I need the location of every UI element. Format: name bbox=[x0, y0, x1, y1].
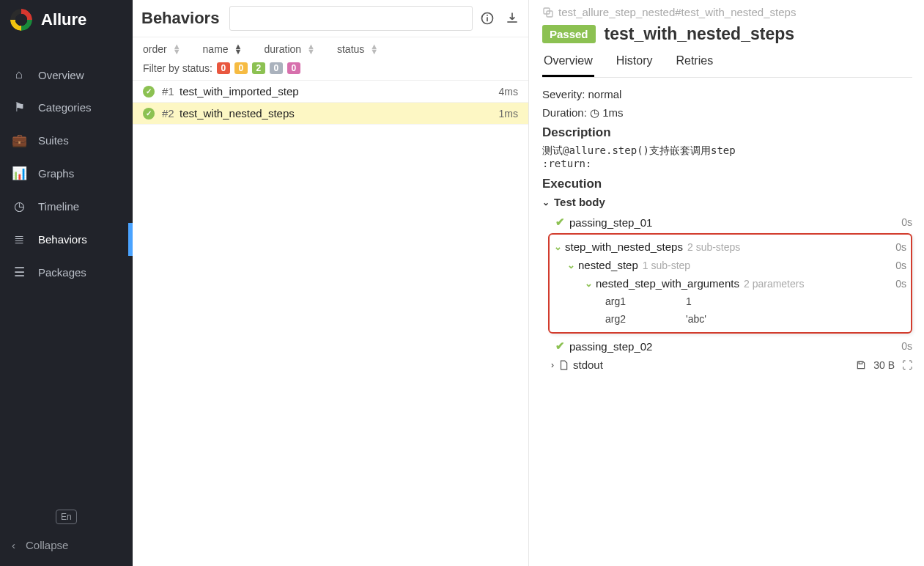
description-text: 测试@allure.step()支持嵌套调用step :return: bbox=[542, 144, 912, 169]
status-filter-passed[interactable]: 2 bbox=[252, 62, 265, 74]
svg-rect-5 bbox=[859, 361, 862, 364]
sort-duration[interactable]: duration ▲▼ bbox=[265, 43, 315, 55]
clock-icon: ◷ bbox=[590, 106, 599, 119]
tab-history[interactable]: History bbox=[615, 50, 654, 77]
step-row[interactable]: ⌄ nested_step 1 sub-step 0s bbox=[554, 256, 906, 274]
brand-title: Allure bbox=[41, 10, 86, 29]
status-filter-skipped[interactable]: 0 bbox=[270, 62, 283, 74]
sidebar: Allure ⌂ Overview ⚑ Categories 💼 Suites … bbox=[0, 0, 133, 566]
step-duration: 0s bbox=[901, 340, 912, 352]
execution-tree: ⌄ Test body ✔ passing_step_01 0s ⌄ step_… bbox=[542, 196, 912, 371]
language-selector[interactable]: En bbox=[56, 510, 77, 524]
sidebar-item-label: Categories bbox=[38, 101, 92, 114]
sort-label: name bbox=[203, 43, 229, 55]
sort-arrows-icon: ▲▼ bbox=[173, 44, 181, 54]
test-title: test_with_nested_steps bbox=[605, 24, 794, 44]
step-name: nested_step bbox=[578, 259, 638, 271]
step-name: step_with_nested_steps bbox=[565, 240, 683, 253]
test-row[interactable]: ✓ #1 test_with_imported_step 4ms bbox=[133, 81, 528, 103]
clock-icon: ◷ bbox=[12, 199, 26, 214]
sort-order[interactable]: order ▲▼ bbox=[143, 43, 181, 55]
sidebar-item-suites[interactable]: 💼 Suites bbox=[0, 124, 133, 157]
test-index: #2 bbox=[162, 107, 180, 120]
chevron-down-icon: ⌄ bbox=[585, 278, 593, 289]
sidebar-item-categories[interactable]: ⚑ Categories bbox=[0, 91, 133, 124]
attachment-name: stdout bbox=[573, 359, 603, 371]
save-icon[interactable] bbox=[856, 360, 866, 370]
tab-retries[interactable]: Retries bbox=[674, 50, 714, 77]
collapse-button[interactable]: ‹ Collapse bbox=[12, 539, 121, 551]
param-value: 'abc' bbox=[686, 313, 706, 325]
step-name: passing_step_02 bbox=[569, 340, 652, 353]
step-row[interactable]: ✔ passing_step_01 0s bbox=[542, 213, 912, 232]
test-row[interactable]: ✓ #2 test_with_nested_steps 1ms bbox=[133, 103, 528, 125]
link-icon[interactable] bbox=[542, 7, 554, 18]
sidebar-item-behaviors[interactable]: ≣ Behaviors bbox=[0, 223, 133, 256]
step-duration: 0s bbox=[895, 260, 906, 271]
status-badge: Passed bbox=[542, 25, 596, 43]
status-filter-failed[interactable]: 0 bbox=[217, 62, 230, 74]
step-name: passing_step_01 bbox=[569, 216, 652, 229]
step-row[interactable]: ⌄ nested_step_with_arguments 2 parameter… bbox=[554, 274, 906, 293]
title-row: Passed test_with_nested_steps bbox=[542, 24, 912, 44]
test-name: test_with_imported_step bbox=[180, 85, 499, 98]
sort-arrows-icon: ▲▼ bbox=[370, 44, 378, 54]
sidebar-item-packages[interactable]: ☰ Packages bbox=[0, 256, 133, 289]
test-index: #1 bbox=[162, 85, 180, 98]
chevron-down-icon: ⌄ bbox=[554, 241, 562, 252]
chevron-right-icon: › bbox=[551, 360, 554, 370]
param-row: arg1 1 bbox=[554, 293, 906, 310]
chart-icon: 📊 bbox=[12, 166, 26, 181]
search-input[interactable] bbox=[229, 6, 473, 31]
detail-panel: test_allure_step_nested#test_with_nested… bbox=[529, 0, 924, 566]
step-name: nested_step_with_arguments bbox=[596, 277, 739, 290]
filter-label: Filter by status: bbox=[143, 62, 212, 74]
brand: Allure bbox=[0, 0, 133, 43]
info-icon[interactable] bbox=[480, 11, 495, 26]
expand-icon[interactable]: ⛶ bbox=[902, 359, 912, 371]
sort-arrows-icon: ▲▼ bbox=[307, 44, 315, 54]
highlight-box: ⌄ step_with_nested_steps 2 sub-steps 0s … bbox=[548, 233, 912, 334]
test-body-label: Test body bbox=[554, 196, 605, 208]
step-substeps: 2 sub-steps bbox=[687, 241, 740, 253]
sort-label: status bbox=[337, 43, 364, 55]
chevron-down-icon: ⌄ bbox=[567, 260, 575, 271]
sidebar-item-label: Graphs bbox=[38, 167, 74, 180]
test-list-panel: Behaviors order ▲▼ name ▲▼ duration ▲▼ s… bbox=[133, 0, 529, 566]
duration-label: Duration: bbox=[542, 106, 587, 119]
param-key: arg1 bbox=[605, 295, 686, 307]
attachment-row[interactable]: › stdout 30 B ⛶ bbox=[542, 356, 912, 371]
svg-rect-1 bbox=[487, 17, 488, 21]
tab-overview[interactable]: Overview bbox=[542, 50, 594, 77]
test-body-toggle[interactable]: ⌄ Test body bbox=[542, 196, 912, 208]
test-name: test_with_nested_steps bbox=[180, 107, 499, 120]
file-icon bbox=[558, 359, 569, 371]
sidebar-item-label: Packages bbox=[38, 266, 86, 279]
description-heading: Description bbox=[542, 125, 912, 140]
sort-status[interactable]: status ▲▼ bbox=[337, 43, 378, 55]
execution-heading: Execution bbox=[542, 177, 912, 191]
sort-label: order bbox=[143, 43, 167, 55]
status-filter-broken[interactable]: 0 bbox=[234, 62, 248, 74]
sort-name[interactable]: name ▲▼ bbox=[203, 43, 243, 55]
sidebar-item-label: Overview bbox=[38, 69, 84, 81]
step-row[interactable]: ✔ passing_step_02 0s bbox=[542, 337, 912, 356]
download-icon[interactable] bbox=[505, 11, 520, 26]
sort-label: duration bbox=[265, 43, 302, 55]
breadcrumb: test_allure_step_nested#test_with_nested… bbox=[542, 6, 912, 18]
status-passed-icon: ✔ bbox=[555, 339, 565, 353]
sidebar-item-label: Timeline bbox=[38, 200, 79, 213]
sidebar-item-overview[interactable]: ⌂ Overview bbox=[0, 59, 133, 91]
header-actions bbox=[480, 11, 520, 26]
status-passed-icon: ✓ bbox=[143, 86, 155, 98]
step-substeps: 1 sub-step bbox=[643, 260, 690, 271]
flag-icon: ⚑ bbox=[12, 100, 26, 115]
param-key: arg2 bbox=[605, 313, 686, 325]
param-row: arg2 'abc' bbox=[554, 310, 906, 328]
status-filter-unknown[interactable]: 0 bbox=[287, 62, 300, 74]
step-row[interactable]: ⌄ step_with_nested_steps 2 sub-steps 0s bbox=[554, 238, 906, 256]
sidebar-item-graphs[interactable]: 📊 Graphs bbox=[0, 157, 133, 190]
sidebar-item-label: Suites bbox=[38, 134, 69, 147]
status-passed-icon: ✔ bbox=[555, 216, 565, 229]
sidebar-item-timeline[interactable]: ◷ Timeline bbox=[0, 190, 133, 223]
